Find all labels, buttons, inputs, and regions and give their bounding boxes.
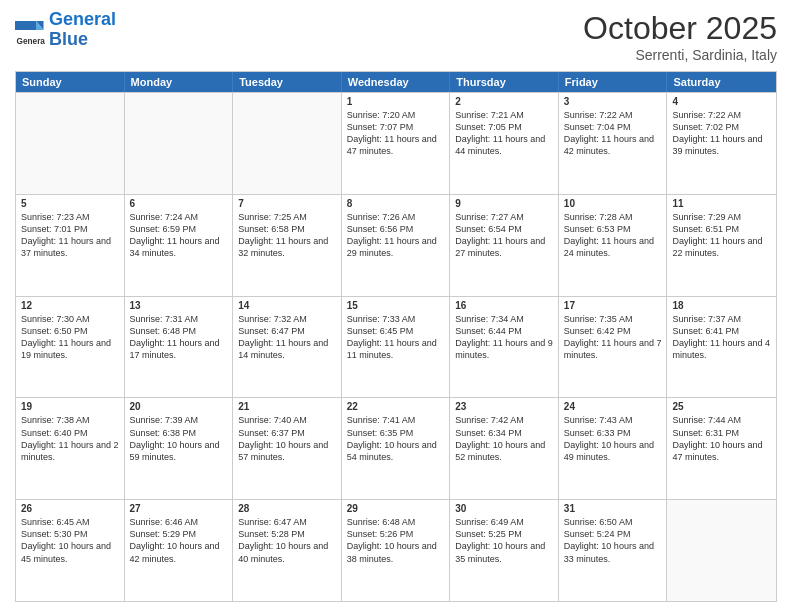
day-number: 28 [238,503,336,514]
day-cell-21: 21Sunrise: 7:40 AM Sunset: 6:37 PM Dayli… [233,398,342,499]
day-number: 6 [130,198,228,209]
logo-text: General Blue [49,10,116,50]
day-cell-10: 10Sunrise: 7:28 AM Sunset: 6:53 PM Dayli… [559,195,668,296]
page: General General Blue October 2025 Serren… [0,0,792,612]
day-info: Sunrise: 7:41 AM Sunset: 6:35 PM Dayligh… [347,414,445,463]
day-info: Sunrise: 7:43 AM Sunset: 6:33 PM Dayligh… [564,414,662,463]
day-info: Sunrise: 7:38 AM Sunset: 6:40 PM Dayligh… [21,414,119,463]
day-info: Sunrise: 7:20 AM Sunset: 7:07 PM Dayligh… [347,109,445,158]
day-cell-20: 20Sunrise: 7:39 AM Sunset: 6:38 PM Dayli… [125,398,234,499]
day-cell-29: 29Sunrise: 6:48 AM Sunset: 5:26 PM Dayli… [342,500,451,601]
day-number: 24 [564,401,662,412]
header-monday: Monday [125,72,234,92]
day-number: 3 [564,96,662,107]
day-info: Sunrise: 6:47 AM Sunset: 5:28 PM Dayligh… [238,516,336,565]
header-tuesday: Tuesday [233,72,342,92]
header-friday: Friday [559,72,668,92]
day-cell-22: 22Sunrise: 7:41 AM Sunset: 6:35 PM Dayli… [342,398,451,499]
day-cell-5: 5Sunrise: 7:23 AM Sunset: 7:01 PM Daylig… [16,195,125,296]
day-info: Sunrise: 7:28 AM Sunset: 6:53 PM Dayligh… [564,211,662,260]
calendar-body: 1Sunrise: 7:20 AM Sunset: 7:07 PM Daylig… [16,92,776,601]
day-cell-1: 1Sunrise: 7:20 AM Sunset: 7:07 PM Daylig… [342,93,451,194]
logo-general: General [49,9,116,29]
day-info: Sunrise: 6:49 AM Sunset: 5:25 PM Dayligh… [455,516,553,565]
week-row-1: 5Sunrise: 7:23 AM Sunset: 7:01 PM Daylig… [16,194,776,296]
day-info: Sunrise: 7:37 AM Sunset: 6:41 PM Dayligh… [672,313,771,362]
location-title: Serrenti, Sardinia, Italy [583,47,777,63]
day-number: 16 [455,300,553,311]
day-number: 14 [238,300,336,311]
header-saturday: Saturday [667,72,776,92]
day-info: Sunrise: 7:35 AM Sunset: 6:42 PM Dayligh… [564,313,662,362]
day-number: 26 [21,503,119,514]
day-info: Sunrise: 7:40 AM Sunset: 6:37 PM Dayligh… [238,414,336,463]
day-cell-17: 17Sunrise: 7:35 AM Sunset: 6:42 PM Dayli… [559,297,668,398]
day-cell-19: 19Sunrise: 7:38 AM Sunset: 6:40 PM Dayli… [16,398,125,499]
day-number: 22 [347,401,445,412]
svg-rect-3 [15,21,36,30]
day-info: Sunrise: 7:26 AM Sunset: 6:56 PM Dayligh… [347,211,445,260]
empty-cell-0-1 [125,93,234,194]
svg-text:General: General [17,36,46,45]
day-cell-12: 12Sunrise: 7:30 AM Sunset: 6:50 PM Dayli… [16,297,125,398]
day-cell-25: 25Sunrise: 7:44 AM Sunset: 6:31 PM Dayli… [667,398,776,499]
day-number: 1 [347,96,445,107]
day-info: Sunrise: 7:24 AM Sunset: 6:59 PM Dayligh… [130,211,228,260]
day-number: 9 [455,198,553,209]
day-info: Sunrise: 7:33 AM Sunset: 6:45 PM Dayligh… [347,313,445,362]
day-cell-14: 14Sunrise: 7:32 AM Sunset: 6:47 PM Dayli… [233,297,342,398]
day-info: Sunrise: 7:29 AM Sunset: 6:51 PM Dayligh… [672,211,771,260]
day-info: Sunrise: 6:46 AM Sunset: 5:29 PM Dayligh… [130,516,228,565]
day-cell-7: 7Sunrise: 7:25 AM Sunset: 6:58 PM Daylig… [233,195,342,296]
day-number: 19 [21,401,119,412]
day-cell-24: 24Sunrise: 7:43 AM Sunset: 6:33 PM Dayli… [559,398,668,499]
day-number: 11 [672,198,771,209]
day-info: Sunrise: 7:27 AM Sunset: 6:54 PM Dayligh… [455,211,553,260]
header-sunday: Sunday [16,72,125,92]
day-cell-30: 30Sunrise: 6:49 AM Sunset: 5:25 PM Dayli… [450,500,559,601]
title-block: October 2025 Serrenti, Sardinia, Italy [583,10,777,63]
day-number: 25 [672,401,771,412]
day-number: 15 [347,300,445,311]
week-row-4: 26Sunrise: 6:45 AM Sunset: 5:30 PM Dayli… [16,499,776,601]
day-number: 31 [564,503,662,514]
logo: General General Blue [15,10,116,50]
week-row-2: 12Sunrise: 7:30 AM Sunset: 6:50 PM Dayli… [16,296,776,398]
day-info: Sunrise: 6:50 AM Sunset: 5:24 PM Dayligh… [564,516,662,565]
day-number: 23 [455,401,553,412]
day-info: Sunrise: 7:44 AM Sunset: 6:31 PM Dayligh… [672,414,771,463]
day-number: 21 [238,401,336,412]
empty-cell-0-0 [16,93,125,194]
header-wednesday: Wednesday [342,72,451,92]
day-number: 8 [347,198,445,209]
day-info: Sunrise: 7:31 AM Sunset: 6:48 PM Dayligh… [130,313,228,362]
week-row-3: 19Sunrise: 7:38 AM Sunset: 6:40 PM Dayli… [16,397,776,499]
empty-cell-4-6 [667,500,776,601]
day-info: Sunrise: 7:39 AM Sunset: 6:38 PM Dayligh… [130,414,228,463]
day-number: 5 [21,198,119,209]
day-number: 7 [238,198,336,209]
empty-cell-0-2 [233,93,342,194]
day-cell-11: 11Sunrise: 7:29 AM Sunset: 6:51 PM Dayli… [667,195,776,296]
day-number: 30 [455,503,553,514]
day-number: 17 [564,300,662,311]
day-info: Sunrise: 7:32 AM Sunset: 6:47 PM Dayligh… [238,313,336,362]
day-cell-2: 2Sunrise: 7:21 AM Sunset: 7:05 PM Daylig… [450,93,559,194]
day-info: Sunrise: 7:22 AM Sunset: 7:02 PM Dayligh… [672,109,771,158]
day-number: 29 [347,503,445,514]
day-info: Sunrise: 6:48 AM Sunset: 5:26 PM Dayligh… [347,516,445,565]
day-cell-27: 27Sunrise: 6:46 AM Sunset: 5:29 PM Dayli… [125,500,234,601]
day-cell-9: 9Sunrise: 7:27 AM Sunset: 6:54 PM Daylig… [450,195,559,296]
day-number: 13 [130,300,228,311]
calendar-header: Sunday Monday Tuesday Wednesday Thursday… [16,72,776,92]
day-info: Sunrise: 7:34 AM Sunset: 6:44 PM Dayligh… [455,313,553,362]
day-info: Sunrise: 7:25 AM Sunset: 6:58 PM Dayligh… [238,211,336,260]
day-cell-28: 28Sunrise: 6:47 AM Sunset: 5:28 PM Dayli… [233,500,342,601]
logo-blue: Blue [49,29,88,49]
day-info: Sunrise: 7:22 AM Sunset: 7:04 PM Dayligh… [564,109,662,158]
week-row-0: 1Sunrise: 7:20 AM Sunset: 7:07 PM Daylig… [16,92,776,194]
month-title: October 2025 [583,10,777,47]
logo-icon: General [15,15,45,45]
day-cell-15: 15Sunrise: 7:33 AM Sunset: 6:45 PM Dayli… [342,297,451,398]
day-number: 2 [455,96,553,107]
